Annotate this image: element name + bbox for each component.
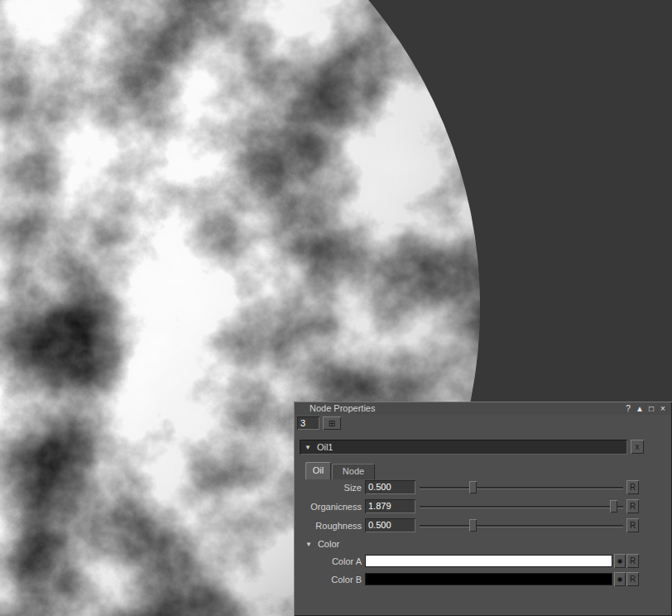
collapse-panel-icon[interactable]: ▲ <box>635 403 645 414</box>
reset-button-size[interactable]: R <box>626 480 639 494</box>
slider-track <box>420 487 623 488</box>
maximize-icon[interactable]: □ <box>646 403 656 414</box>
color-section-header[interactable]: ▼ Color <box>305 539 339 549</box>
collapse-color-icon[interactable]: ▼ <box>305 541 312 548</box>
tab-node[interactable]: Node <box>332 464 375 479</box>
help-icon[interactable]: ? <box>623 403 633 414</box>
slider-handle[interactable] <box>610 500 617 513</box>
collapse-node-icon[interactable]: ▼ <box>305 444 311 451</box>
titlebar-buttons: ? ▲ □ × <box>623 403 668 414</box>
color-row-a: Color A ◉ R <box>294 554 672 569</box>
param-row-roughness: Roughness 0.500 R <box>294 518 672 535</box>
param-label-size: Size <box>294 483 362 493</box>
color-b-picker-button[interactable]: ◉ <box>614 572 626 586</box>
reset-button-roughness[interactable]: R <box>626 518 639 532</box>
reset-button-color-a[interactable]: R <box>626 554 639 568</box>
param-value-size[interactable]: 0.500 <box>365 480 415 494</box>
param-row-size: Size 0.500 R <box>294 480 672 497</box>
panel-titlebar[interactable]: Node Properties ? ▲ □ × <box>295 402 671 415</box>
tab-oil[interactable]: Oil <box>305 462 331 479</box>
color-a-label: Color A <box>294 556 362 566</box>
color-row-b: Color B ◉ R <box>294 572 672 587</box>
color-wheel-icon: ◉ <box>617 575 623 583</box>
param-label-organicness: Organicness <box>294 502 362 512</box>
color-a-picker-button[interactable]: ◉ <box>614 554 626 568</box>
param-label-roughness: Roughness <box>294 521 362 531</box>
param-row-organicness: Organicness 1.879 R <box>294 499 672 516</box>
param-slider-roughness[interactable] <box>420 518 623 533</box>
color-a-swatch[interactable] <box>365 555 612 567</box>
node-index-input[interactable]: 3 <box>297 416 319 430</box>
node-header[interactable]: ▼ Oil1 <box>300 440 627 455</box>
reset-button-color-b[interactable]: R <box>626 572 639 586</box>
color-wheel-icon: ◉ <box>617 557 623 565</box>
param-value-roughness[interactable]: 0.500 <box>365 518 415 532</box>
panel-title: Node Properties <box>310 403 376 413</box>
param-value-organicness[interactable]: 1.879 <box>365 499 415 513</box>
reset-button-organicness[interactable]: R <box>626 499 639 513</box>
color-b-label: Color B <box>294 575 362 585</box>
param-slider-size[interactable] <box>420 480 623 495</box>
color-section-label: Color <box>318 539 339 549</box>
app-window: Node Properties ? ▲ □ × 3 ⊞ ▼ Oil1 x Oil… <box>0 0 672 616</box>
slider-track <box>420 525 623 527</box>
slider-handle[interactable] <box>469 481 477 493</box>
slider-track <box>420 506 623 508</box>
color-b-swatch[interactable] <box>365 573 612 585</box>
keypad-icon: ⊞ <box>329 419 335 428</box>
keypad-button[interactable]: ⊞ <box>323 416 341 430</box>
close-icon[interactable]: × <box>658 403 668 414</box>
slider-handle[interactable] <box>469 519 477 532</box>
node-properties-panel: Node Properties ? ▲ □ × 3 ⊞ ▼ Oil1 x Oil… <box>294 402 672 616</box>
param-slider-organicness[interactable] <box>420 499 623 514</box>
node-close-button[interactable]: x <box>631 440 644 454</box>
node-name: Oil1 <box>317 442 334 452</box>
